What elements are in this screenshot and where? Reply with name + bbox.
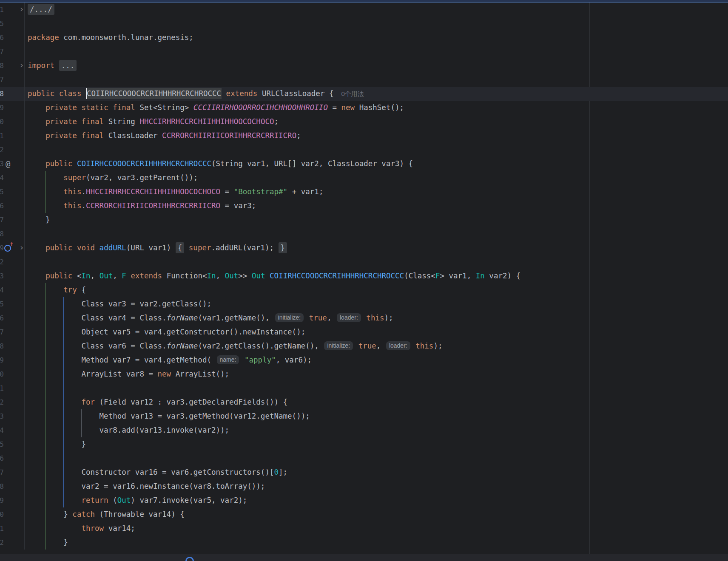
- code-text[interactable]: import ...: [25, 59, 728, 73]
- gutter-cell[interactable]: 21: [0, 129, 25, 143]
- code-line[interactable]: 42 for (Field var12 : var3.getDeclaredFi…: [0, 395, 728, 409]
- gutter-cell[interactable]: 42: [0, 395, 25, 409]
- gutter-cell[interactable]: 17: [0, 73, 25, 87]
- code-text[interactable]: public <In, Out, F extends Function<In, …: [25, 269, 728, 283]
- gutter-cell[interactable]: 43: [0, 409, 25, 423]
- gutter-cell[interactable]: 41: [0, 381, 25, 395]
- code-text[interactable]: this.HHCCIRHRHCCRCHIIHHIHHOOCOCHOCO = "B…: [25, 185, 728, 199]
- code-line[interactable]: 5: [0, 17, 728, 31]
- gutter-cell[interactable]: 37: [0, 325, 25, 339]
- code-text[interactable]: throw var14;: [25, 521, 728, 536]
- gutter-cell[interactable]: 18: [0, 87, 25, 101]
- gutter-cell[interactable]: 50: [0, 507, 25, 521]
- code-text[interactable]: package com.moonsworth.lunar.genesis;: [25, 31, 728, 45]
- code-text[interactable]: public class COIIRHCCOOOCRCRIHHHRHCRCHRO…: [25, 87, 728, 101]
- code-line[interactable]: 51 throw var14;: [0, 521, 728, 536]
- code-line[interactable]: 26 this.CCRRORCHIIRIICORIHHRCRCRRIICRO =…: [0, 199, 728, 213]
- code-text[interactable]: public void addURL(URL var1) { super.add…: [25, 241, 728, 255]
- code-text[interactable]: this.CCRRORCHIIRIICORIHHRCRCRRIICRO = va…: [25, 199, 728, 213]
- gutter-cell[interactable]: 28: [0, 227, 25, 241]
- overrides-method-icon[interactable]: ↑: [4, 245, 11, 252]
- gutter-cell[interactable]: 44: [0, 423, 25, 437]
- code-text[interactable]: [25, 73, 728, 87]
- gutter-cell[interactable]: 7: [0, 45, 25, 59]
- gutter-cell[interactable]: 27: [0, 213, 25, 227]
- assistant-circle-icon[interactable]: [185, 557, 194, 561]
- code-text[interactable]: }: [25, 213, 728, 227]
- code-line[interactable]: 48 var2 = var16.newInstance(var8.toArray…: [0, 479, 728, 493]
- gutter-cell[interactable]: 45: [0, 437, 25, 451]
- gutter-cell[interactable]: 46: [0, 451, 25, 465]
- gutter-cell[interactable]: 1›: [0, 3, 25, 17]
- code-text[interactable]: private static final Set<String> CCCIIRI…: [25, 101, 728, 115]
- code-text[interactable]: }: [25, 536, 728, 550]
- gutter-cell[interactable]: 39: [0, 353, 25, 367]
- code-text[interactable]: ArrayList var8 = new ArrayList();: [25, 367, 728, 381]
- code-line[interactable]: 22: [0, 143, 728, 157]
- code-text[interactable]: [25, 45, 728, 59]
- code-text[interactable]: try {: [25, 283, 728, 297]
- gutter-cell[interactable]: 5: [0, 17, 25, 31]
- code-text[interactable]: Method var13 = var3.getMethod(var12.getN…: [25, 409, 728, 423]
- gutter-cell[interactable]: 20: [0, 115, 25, 129]
- code-line[interactable]: 8›import ...: [0, 59, 728, 73]
- gutter-cell[interactable]: 29↑›: [0, 241, 25, 255]
- code-text[interactable]: Constructor var16 = var6.getConstructors…: [25, 465, 728, 479]
- fold-chevron-icon[interactable]: ›: [20, 59, 23, 73]
- code-line[interactable]: 7: [0, 45, 728, 59]
- code-text[interactable]: private final String HHCCIRHRHCCRCHIIHHI…: [25, 115, 728, 129]
- code-text[interactable]: [25, 143, 728, 157]
- code-text[interactable]: Class var4 = Class.forName(var1.getName(…: [25, 311, 728, 325]
- gutter-cell[interactable]: 38: [0, 339, 25, 353]
- code-line[interactable]: 20 private final String HHCCIRHRHCCRCHII…: [0, 115, 728, 129]
- code-line[interactable]: 38 Class var6 = Class.forName(var2.getCl…: [0, 339, 728, 353]
- code-text[interactable]: [25, 227, 728, 241]
- code-line[interactable]: 50 } catch (Throwable var14) {: [0, 507, 728, 521]
- code-line[interactable]: 23@ public COIIRHCCOOOCRCRIHHHRHCRCHROCC…: [0, 157, 728, 171]
- code-line[interactable]: 35 Class var3 = var2.getClass();: [0, 297, 728, 311]
- code-text[interactable]: for (Field var12 : var3.getDeclaredField…: [25, 395, 728, 409]
- code-line[interactable]: 39 Method var7 = var4.getMethod( name: "…: [0, 353, 728, 367]
- gutter-cell[interactable]: 8›: [0, 59, 25, 73]
- code-text[interactable]: /.../: [25, 3, 728, 17]
- code-text[interactable]: Object var5 = var4.getConstructor().newI…: [25, 325, 728, 339]
- gutter-cell[interactable]: 48: [0, 479, 25, 493]
- code-text[interactable]: Method var7 = var4.getMethod( name: "app…: [25, 353, 728, 367]
- code-line[interactable]: 41: [0, 381, 728, 395]
- code-text[interactable]: [25, 451, 728, 465]
- gutter-cell[interactable]: 32: [0, 255, 25, 269]
- gutter-cell[interactable]: 6: [0, 31, 25, 45]
- code-line[interactable]: 33 public <In, Out, F extends Function<I…: [0, 269, 728, 283]
- code-line[interactable]: 47 Constructor var16 = var6.getConstruct…: [0, 465, 728, 479]
- code-line[interactable]: 27 }: [0, 213, 728, 227]
- code-line[interactable]: 21 private final ClassLoader CCRRORCHIIR…: [0, 129, 728, 143]
- code-text[interactable]: return (Out) var7.invoke(var5, var2);: [25, 493, 728, 507]
- code-line[interactable]: 18public class COIIRHCCOOOCRCRIHHHRHCRCH…: [0, 87, 728, 101]
- code-text[interactable]: private final ClassLoader CCRRORCHIIRIIC…: [25, 129, 728, 143]
- code-line[interactable]: 44 var8.add(var13.invoke(var2));: [0, 423, 728, 437]
- code-line[interactable]: 36 Class var4 = Class.forName(var1.getNa…: [0, 311, 728, 325]
- code-text[interactable]: [25, 17, 728, 31]
- code-line[interactable]: 34 try {: [0, 283, 728, 297]
- fold-chevron-icon[interactable]: ›: [20, 3, 23, 17]
- gutter-cell[interactable]: 49: [0, 493, 25, 507]
- code-text[interactable]: super(var2, var3.getParent());: [25, 171, 728, 185]
- code-line[interactable]: 25 this.HHCCIRHRHCCRCHIIHHIHHOOCOCHOCO =…: [0, 185, 728, 199]
- code-line[interactable]: 17: [0, 73, 728, 87]
- code-line[interactable]: 52 }: [0, 536, 728, 550]
- gutter-cell[interactable]: 34: [0, 283, 25, 297]
- code-text[interactable]: var8.add(var13.invoke(var2));: [25, 423, 728, 437]
- code-text[interactable]: public COIIRHCCOOOCRCRIHHHRHCRCHROCCC(St…: [25, 157, 728, 171]
- gutter-cell[interactable]: 47: [0, 465, 25, 479]
- gutter-cell[interactable]: 19: [0, 101, 25, 115]
- code-line[interactable]: 32: [0, 255, 728, 269]
- code-line[interactable]: 6package com.moonsworth.lunar.genesis;: [0, 31, 728, 45]
- code-line[interactable]: 19 private static final Set<String> CCCI…: [0, 101, 728, 115]
- gutter-cell[interactable]: 40: [0, 367, 25, 381]
- gutter-cell[interactable]: 52: [0, 536, 25, 550]
- fold-chevron-icon[interactable]: ›: [20, 241, 23, 255]
- gutter-cell[interactable]: 36: [0, 311, 25, 325]
- gutter-cell[interactable]: 26: [0, 199, 25, 213]
- code-line[interactable]: 46: [0, 451, 728, 465]
- code-line[interactable]: 1›/.../: [0, 3, 728, 17]
